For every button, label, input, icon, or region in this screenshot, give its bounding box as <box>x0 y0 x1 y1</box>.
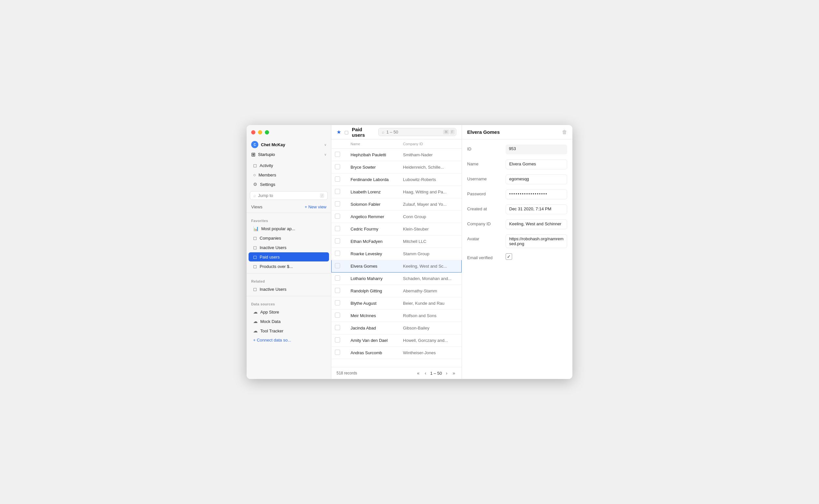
row-name: Angelico Remmer <box>345 211 398 223</box>
table-icon: ◻ <box>253 264 257 269</box>
row-company: Smitham-Nader <box>398 149 461 161</box>
sidebar-item-inactive-users[interactable]: ◻ Inactive Users <box>248 243 329 252</box>
checkbox-header <box>332 139 346 149</box>
row-company: Mitchell LLC <box>398 235 461 248</box>
gear-icon: ⚙ <box>253 182 257 187</box>
row-checkbox[interactable] <box>335 300 340 305</box>
jump-to-input[interactable] <box>258 193 318 198</box>
row-checkbox[interactable] <box>335 350 340 355</box>
view-type-icon: ▢ <box>344 130 348 135</box>
search-bar[interactable]: ⌕ ⌘ F <box>378 128 457 136</box>
delete-button[interactable]: 🗑 <box>562 129 567 135</box>
minimize-button[interactable] <box>258 130 262 134</box>
row-checkbox[interactable] <box>335 313 340 318</box>
email-verified-checkbox[interactable]: ✓ <box>506 253 512 260</box>
row-checkbox[interactable] <box>335 288 340 293</box>
maximize-button[interactable] <box>265 130 269 134</box>
sidebar-item-app-store[interactable]: ☁ App Store <box>248 307 329 316</box>
next-page-button[interactable]: › <box>445 370 449 376</box>
cloud-icon: ☁ <box>253 319 258 324</box>
row-name: Ferdinande Laborda <box>345 174 398 186</box>
row-company: Beier, Kunde and Rau <box>398 297 461 310</box>
detail-field-label: Company ID <box>467 219 503 226</box>
chevron-down-icon: ∨ <box>324 143 326 147</box>
slash-badge: / <box>320 193 324 198</box>
row-checkbox[interactable] <box>335 251 340 256</box>
detail-field-label: Created at <box>467 204 503 211</box>
row-company: Lubowitz-Roberts <box>398 174 461 186</box>
detail-body: ID953NameElvera GomesUsernameegomesqgPas… <box>462 139 572 379</box>
sidebar-item-activity[interactable]: ◻ Activity <box>248 161 329 170</box>
table-row[interactable]: Andras SurcombWintheiser-Jones <box>332 347 462 359</box>
sidebar-item-label: Paid users <box>260 255 279 259</box>
new-view-button[interactable]: + New view <box>304 204 326 209</box>
table-row[interactable]: Ethan McFadyenMitchell LLC <box>332 235 462 248</box>
detail-field-label: Email verified <box>467 253 503 260</box>
table-row[interactable]: Meir McInnesRolfson and Sons <box>332 310 462 322</box>
user-menu[interactable]: C Chet McKay ∨ <box>247 139 331 150</box>
user-name: Chet McKay <box>261 142 285 147</box>
close-button[interactable] <box>251 130 255 134</box>
row-checkbox[interactable] <box>335 275 340 281</box>
table-row[interactable]: Angelico RemmerConn Group <box>332 211 462 223</box>
table-row[interactable]: Amity Van den DaelHowell, Gorczany and..… <box>332 334 462 347</box>
detail-field-value: Dec 31 2020, 7:14 PM <box>506 204 567 214</box>
detail-field-value: https://robohash.org/namremsed.png <box>506 234 567 248</box>
row-name: Jacinda Abad <box>345 322 398 334</box>
row-name: Roarke Levesley <box>345 248 398 260</box>
table-row[interactable]: Hephzibah PaulettiSmitham-Nader <box>332 149 462 161</box>
row-checkbox[interactable] <box>335 325 340 330</box>
table-row[interactable]: Ferdinande LabordaLubowitz-Roberts <box>332 174 462 186</box>
main-header: ★ ▢ Paid users ⌕ ⌘ F <box>331 125 462 139</box>
table-row[interactable]: Blythe AugustBeier, Kunde and Rau <box>332 297 462 310</box>
star-icon[interactable]: ★ <box>336 129 341 135</box>
table-row[interactable]: Lothario MaharrySchaden, Monahan and... <box>332 273 462 285</box>
row-checkbox[interactable] <box>335 176 340 182</box>
row-checkbox[interactable] <box>335 189 340 194</box>
related-section-title: Related <box>247 275 331 285</box>
sidebar-item-label: Members <box>258 173 276 177</box>
sidebar-item-paid-users[interactable]: ◻ Paid users <box>248 252 329 261</box>
views-header: Views + New view <box>247 203 331 211</box>
row-checkbox[interactable] <box>335 164 340 169</box>
row-checkbox[interactable] <box>335 201 340 206</box>
jump-to-container[interactable]: ⌕ / <box>250 191 328 200</box>
table-icon: ◻ <box>253 287 257 292</box>
data-table: Name Company ID Hephzibah PaulettiSmitha… <box>331 139 462 367</box>
sidebar-item-mock-data[interactable]: ☁ Mock Data <box>248 317 329 326</box>
sidebar-item-companies[interactable]: ◻ Companies <box>248 233 329 243</box>
sidebar-item-members[interactable]: ○ Members <box>248 170 329 179</box>
table-row[interactable]: Roarke LevesleyStamm Group <box>332 248 462 260</box>
table-row[interactable]: Lisabeth LorenzHaag, Witting and Pa... <box>332 186 462 198</box>
row-checkbox[interactable] <box>335 238 340 244</box>
search-input[interactable] <box>386 130 441 134</box>
table-row[interactable]: Jacinda AbadGibson-Bailey <box>332 322 462 334</box>
cloud-icon: ☁ <box>253 328 258 333</box>
sidebar-item-label: Activity <box>260 163 273 168</box>
sidebar-item-label: + Connect data so... <box>253 338 291 343</box>
prev-page-button[interactable]: ‹ <box>424 370 428 376</box>
row-name: Meir McInnes <box>345 310 398 322</box>
row-checkbox[interactable] <box>335 214 340 219</box>
row-checkbox[interactable] <box>335 152 340 157</box>
last-page-button[interactable]: » <box>451 370 457 376</box>
row-checkbox[interactable] <box>335 263 340 268</box>
table-row[interactable]: Randolph GittingAbernathy-Stamm <box>332 285 462 297</box>
sidebar-item-inactive-users-related[interactable]: ◻ Inactive Users <box>248 285 329 294</box>
sidebar-item-settings[interactable]: ⚙ Settings <box>248 180 329 189</box>
sidebar-item-tool-tracker[interactable]: ☁ Tool Tracker <box>248 326 329 335</box>
first-page-button[interactable]: « <box>416 370 421 376</box>
org-menu[interactable]: ⊞ Startupio ∨ <box>247 150 331 161</box>
sidebar-item-most-popular[interactable]: 📊 Most popular ap... <box>248 224 329 233</box>
row-checkbox[interactable] <box>335 337 340 343</box>
table-icon: ◻ <box>253 235 257 241</box>
table-row[interactable]: Cedric FourmyKlein-Steuber <box>332 223 462 235</box>
sidebar-item-products-over[interactable]: ◻ Products over $... <box>248 262 329 271</box>
table-row[interactable]: Solomon FablerZulauf, Mayer and Yo... <box>332 198 462 211</box>
sidebar-item-connect-data[interactable]: + Connect data so... <box>248 336 329 344</box>
table-row[interactable]: Elvera GomesKeeling, West and Sc... <box>332 260 462 273</box>
detail-field-value: •••••••••••••••••• <box>506 189 567 199</box>
favorites-section-title: Favorites <box>247 215 331 224</box>
table-row[interactable]: Bryce SowterHeidenreich, Schille... <box>332 161 462 174</box>
row-checkbox[interactable] <box>335 226 340 231</box>
